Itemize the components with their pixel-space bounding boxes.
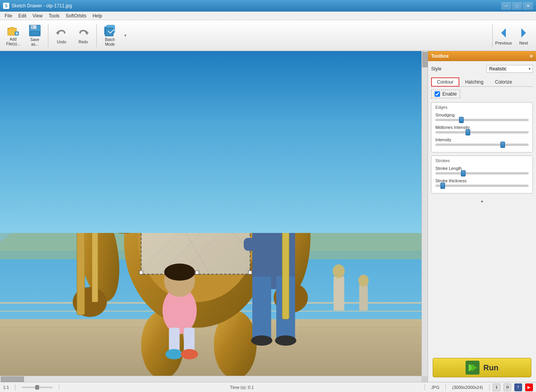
menu-tools[interactable]: Tools	[46, 12, 63, 19]
svg-rect-6	[30, 31, 39, 35]
redo-button[interactable]: Redo	[73, 23, 93, 48]
svg-point-82	[333, 264, 345, 278]
status-sep-1	[15, 384, 15, 390]
svg-marker-8	[56, 31, 58, 35]
status-right: ℹ ⚙ f ▶	[489, 383, 533, 391]
save-as-icon	[29, 24, 41, 37]
menu-help[interactable]: Help	[89, 12, 105, 19]
settings-status-button[interactable]: ⚙	[503, 383, 511, 391]
svg-marker-87	[471, 364, 477, 371]
tab-contour[interactable]: Contour	[431, 77, 459, 87]
close-button[interactable]: ✕	[523, 2, 533, 10]
previous-label: Previous	[495, 41, 512, 45]
run-button[interactable]: Run	[433, 358, 531, 377]
social-button-2[interactable]: ▶	[525, 383, 533, 391]
toolbox-header: Toolbox ×	[428, 51, 536, 61]
stroke-thickness-thumb[interactable]	[440, 183, 445, 189]
previous-icon	[497, 26, 510, 40]
horizontal-scrollbar-thumb[interactable]	[1, 377, 24, 382]
intensity-track[interactable]	[435, 144, 529, 146]
menu-view[interactable]: View	[29, 12, 46, 19]
svg-rect-81	[334, 276, 344, 310]
tab-hatching[interactable]: Hatching	[459, 77, 489, 86]
menu-bar: File Edit View Tools SoftOrbits Help	[0, 12, 536, 20]
toolbar-sep-1	[48, 24, 48, 47]
vertical-scrollbar[interactable]	[421, 51, 428, 376]
menu-file[interactable]: File	[2, 12, 15, 19]
status-sep-2	[59, 384, 59, 390]
main-content: Toolbox × Style Realistic Sketch Pencil …	[0, 51, 536, 382]
svg-marker-9	[86, 31, 89, 35]
title-bar: S Sketch Drawer - otp-1711.jpg ─ □ ✕	[0, 0, 536, 12]
next-icon	[517, 26, 531, 40]
next-button[interactable]: Next	[514, 23, 533, 48]
horizontal-scrollbar[interactable]	[0, 376, 421, 382]
svg-point-80	[181, 349, 198, 359]
svg-point-73	[275, 336, 296, 346]
svg-marker-15	[501, 28, 506, 38]
zoom-slider[interactable]	[22, 387, 53, 388]
more-button[interactable]: ▼	[122, 23, 129, 48]
toolbox-close-button[interactable]: ×	[530, 53, 533, 59]
batch-mode-icon	[104, 24, 116, 37]
redo-icon	[77, 27, 89, 39]
smudging-track[interactable]	[435, 119, 529, 121]
stroke-length-slider-row: Stroke Length	[435, 166, 529, 175]
svg-point-84	[358, 275, 369, 287]
stroke-length-label: Stroke Length	[435, 166, 529, 171]
info-button[interactable]: ℹ	[493, 383, 500, 391]
tabs-row: Contour Hatching Colorize	[431, 77, 533, 87]
batch-mode-button[interactable]: BatchMode	[100, 23, 120, 48]
stroke-thickness-slider-row: Stroke thickness	[435, 178, 529, 187]
previous-button[interactable]: Previous	[494, 23, 513, 48]
add-files-label: AddFile(s)...	[6, 37, 20, 46]
midtones-thumb[interactable]	[466, 129, 470, 135]
status-sep-3	[425, 384, 425, 390]
svg-rect-7	[32, 26, 33, 29]
svg-marker-16	[521, 28, 526, 38]
style-select[interactable]: Realistic Sketch Pencil Charcoal	[486, 65, 533, 73]
edges-section: Edges Smudging Midtones Intensity	[431, 102, 533, 152]
intensity-thumb[interactable]	[500, 142, 505, 148]
maximize-button[interactable]: □	[512, 2, 522, 10]
zoom-thumb[interactable]	[35, 385, 39, 390]
stroke-thickness-track[interactable]	[435, 185, 529, 187]
stroke-length-thumb[interactable]	[461, 170, 466, 176]
toolbar: AddFile(s)... Saveas... Undo	[0, 20, 536, 51]
undo-label: Undo	[57, 40, 66, 45]
vertical-scrollbar-thumb[interactable]	[422, 52, 428, 67]
stroke-length-track[interactable]	[435, 172, 529, 175]
menu-edit[interactable]: Edit	[15, 12, 29, 19]
midtones-slider-row: Midtones Intensity	[435, 125, 529, 134]
enable-checkbox[interactable]	[435, 91, 440, 97]
undo-button[interactable]: Undo	[51, 23, 72, 48]
intensity-label: Intensity	[435, 137, 529, 142]
status-sep-5	[489, 384, 490, 390]
midtones-label: Midtones Intensity	[435, 125, 529, 130]
midtones-track[interactable]	[435, 131, 529, 134]
svg-rect-64	[195, 271, 199, 274]
menu-softorbits[interactable]: SoftOrbits	[63, 12, 89, 19]
tab-colorize[interactable]: Colorize	[489, 77, 518, 86]
smudging-thumb[interactable]	[459, 117, 464, 123]
svg-rect-65	[248, 271, 252, 274]
dimensions-label: (3000x2000x24)	[452, 385, 483, 390]
status-sep-4	[445, 384, 446, 390]
dot-indicator: •	[431, 197, 533, 207]
svg-point-72	[251, 336, 272, 346]
svg-rect-18	[0, 319, 428, 382]
format-label: JPG	[431, 385, 439, 390]
svg-rect-83	[359, 285, 368, 310]
intensity-slider-row: Intensity	[435, 137, 529, 146]
more-arrow-icon: ▼	[124, 34, 127, 38]
add-files-button[interactable]: AddFile(s)...	[3, 23, 23, 48]
minimize-button[interactable]: ─	[501, 2, 511, 10]
social-button-1[interactable]: f	[514, 383, 522, 391]
photo-background	[0, 51, 428, 382]
scroll-corner	[421, 376, 428, 382]
save-as-button[interactable]: Saveas...	[25, 23, 45, 48]
svg-point-76	[164, 264, 195, 281]
svg-rect-63	[139, 271, 143, 274]
canvas-area[interactable]	[0, 51, 428, 382]
smudging-label: Smudging	[435, 113, 529, 117]
